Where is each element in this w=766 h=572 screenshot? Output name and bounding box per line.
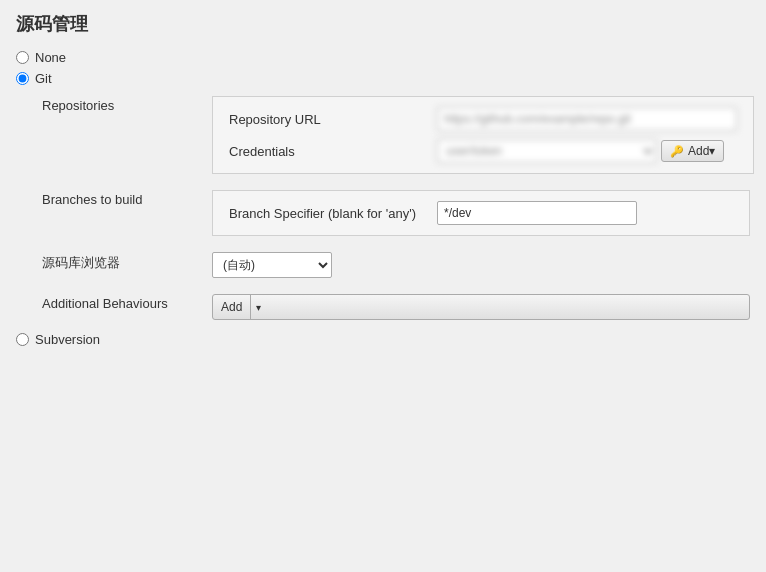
add-credentials-button[interactable]: 🔑 Add▾ xyxy=(661,140,724,162)
branch-specifier-label: Branch Specifier (blank for 'any') xyxy=(229,206,429,221)
git-radio-item[interactable]: Git xyxy=(16,71,750,86)
browser-content: (自动) xyxy=(212,248,750,282)
git-radio[interactable] xyxy=(16,72,29,85)
branch-specifier-row: Branch Specifier (blank for 'any') xyxy=(229,201,733,225)
add-credentials-label: Add▾ xyxy=(688,144,715,158)
add-behaviour-button[interactable]: Add ▾ xyxy=(212,294,750,320)
credentials-label: Credentials xyxy=(229,144,429,159)
chevron-down-icon: ▾ xyxy=(251,295,266,319)
subversion-label: Subversion xyxy=(35,332,100,347)
branch-specifier-input[interactable] xyxy=(437,201,637,225)
subversion-radio[interactable] xyxy=(16,333,29,346)
branches-row: Branches to build Branch Specifier (blan… xyxy=(42,186,750,240)
credentials-controls: user/token 🔑 Add▾ xyxy=(437,139,724,163)
repo-url-row: Repository URL xyxy=(229,107,737,131)
credentials-select[interactable]: user/token xyxy=(437,139,657,163)
repo-inner-block: Repository URL Credentials user/token 🔑 xyxy=(212,96,754,174)
browser-row: 源码库浏览器 (自动) xyxy=(42,248,750,282)
repositories-content: Repository URL Credentials user/token 🔑 xyxy=(212,92,754,178)
subversion-radio-item[interactable]: Subversion xyxy=(16,332,750,347)
branches-content-area: Branch Specifier (blank for 'any') xyxy=(212,186,750,240)
branches-label: Branches to build xyxy=(42,186,212,213)
repo-url-input[interactable] xyxy=(437,107,737,131)
repositories-row: Repositories Repository URL Credentials … xyxy=(42,92,750,178)
git-options-section: Repositories Repository URL Credentials … xyxy=(42,92,750,324)
repo-url-label: Repository URL xyxy=(229,112,429,127)
browser-select[interactable]: (自动) xyxy=(212,252,332,278)
additional-behaviours-row: Additional Behaviours Add ▾ xyxy=(42,290,750,324)
add-behaviour-text: Add xyxy=(213,295,251,319)
key-icon: 🔑 xyxy=(670,145,684,158)
browser-label: 源码库浏览器 xyxy=(42,248,212,278)
none-radio-item[interactable]: None xyxy=(16,50,750,65)
none-label: None xyxy=(35,50,66,65)
git-label: Git xyxy=(35,71,52,86)
none-radio[interactable] xyxy=(16,51,29,64)
page-title: 源码管理 xyxy=(16,12,750,36)
credentials-row: Credentials user/token 🔑 Add▾ xyxy=(229,139,737,163)
branches-inner-block: Branch Specifier (blank for 'any') xyxy=(212,190,750,236)
additional-behaviours-label: Additional Behaviours xyxy=(42,290,212,317)
repositories-label: Repositories xyxy=(42,92,212,119)
additional-behaviours-content: Add ▾ xyxy=(212,290,750,324)
